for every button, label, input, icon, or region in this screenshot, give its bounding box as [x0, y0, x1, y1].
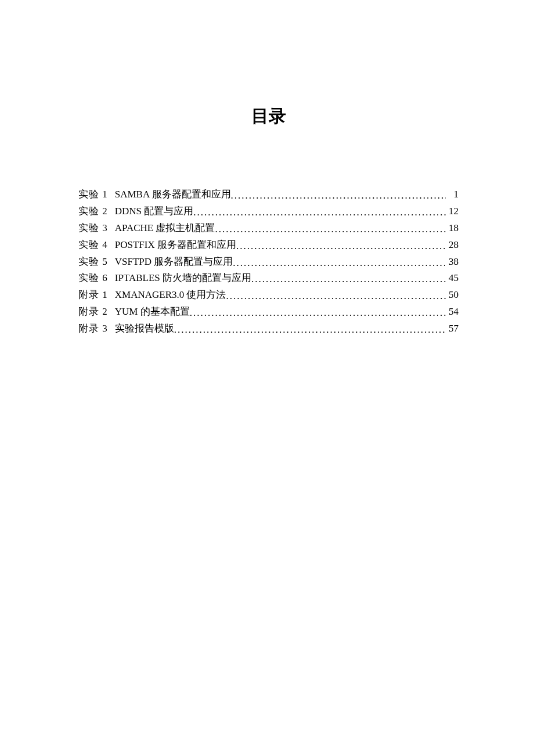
toc-entry-label: 附录 2	[78, 304, 108, 321]
toc-entry-page: 45	[446, 270, 459, 287]
toc-entry-text: 实验报告模版	[115, 321, 174, 337]
toc-entry-page: 18	[446, 220, 459, 237]
toc-entry: 实验 6 IPTABLES 防火墙的配置与应用 45	[78, 270, 459, 287]
toc-entry-dots	[215, 221, 446, 238]
toc-entry-dots	[251, 271, 446, 288]
toc-entry-text: VSFTPD 服务器配置与应用	[115, 254, 233, 271]
toc-entry-dots	[174, 322, 446, 339]
toc-entry: 实验 4 POSTFIX 服务器配置和应用 28	[78, 237, 459, 254]
toc-entry: 实验 2 DDNS 配置与应用 12	[78, 203, 459, 220]
toc-entry: 实验 1 SAMBA 服务器配置和应用 1	[78, 186, 459, 203]
toc-entry-label: 实验 5	[78, 254, 108, 271]
toc-entry-label: 实验 3	[78, 220, 108, 237]
document-page: 目录 实验 1 SAMBA 服务器配置和应用 1 实验 2 DDNS 配置与应用…	[0, 0, 534, 337]
toc-entry: 实验 5 VSFTPD 服务器配置与应用 38	[78, 254, 459, 271]
toc-entry-text: XMANAGER3.0 使用方法	[115, 287, 226, 304]
toc-entry: 实验 3 APACHE 虚拟主机配置 18	[78, 220, 459, 237]
toc-entry-dots	[231, 188, 446, 204]
toc-entry-label: 实验 6	[78, 270, 108, 287]
toc-entry-dots	[190, 305, 446, 322]
toc-entry-page: 54	[446, 304, 459, 321]
toc-entry-label: 实验 1	[78, 186, 108, 203]
toc-entry-page: 1	[446, 186, 459, 203]
toc-entry: 附录 3 实验报告模版 57	[78, 321, 459, 337]
toc-entry-text: DDNS 配置与应用	[115, 203, 194, 220]
toc-entry-text: APACHE 虚拟主机配置	[115, 220, 215, 237]
toc-entry-dots	[236, 238, 446, 255]
toc-entry-page: 28	[446, 237, 459, 254]
toc-entry-label: 附录 3	[78, 321, 108, 337]
toc-entry-page: 12	[446, 203, 459, 220]
toc-title: 目录	[78, 105, 459, 128]
toc-entry-page: 57	[446, 321, 459, 337]
toc-entry-label: 附录 1	[78, 287, 108, 304]
table-of-contents: 实验 1 SAMBA 服务器配置和应用 1 实验 2 DDNS 配置与应用 12…	[78, 186, 459, 337]
toc-entry-dots	[233, 255, 446, 272]
toc-entry-text: POSTFIX 服务器配置和应用	[115, 237, 236, 254]
toc-entry-text: SAMBA 服务器配置和应用	[115, 186, 231, 203]
toc-entry-dots	[193, 204, 446, 221]
toc-entry-dots	[226, 288, 446, 305]
toc-entry: 附录 1 XMANAGER3.0 使用方法 50	[78, 287, 459, 304]
toc-entry-page: 50	[446, 287, 459, 304]
toc-entry-page: 38	[446, 254, 459, 271]
toc-entry-label: 实验 2	[78, 203, 108, 220]
toc-entry: 附录 2 YUM 的基本配置 54	[78, 304, 459, 321]
toc-entry-label: 实验 4	[78, 237, 108, 254]
toc-entry-text: IPTABLES 防火墙的配置与应用	[115, 270, 251, 287]
toc-entry-text: YUM 的基本配置	[115, 304, 190, 321]
